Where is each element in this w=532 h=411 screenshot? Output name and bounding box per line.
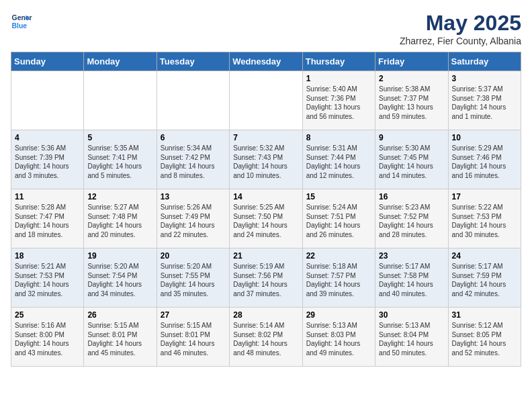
day-number: 23 (379, 251, 444, 261)
calendar-cell: 12Sunrise: 5:27 AM Sunset: 7:48 PM Dayli… (84, 189, 157, 248)
cell-content: Sunrise: 5:24 AM Sunset: 7:51 PM Dayligh… (306, 203, 371, 239)
calendar-cell: 5Sunrise: 5:35 AM Sunset: 7:41 PM Daylig… (84, 130, 157, 189)
calendar-cell: 19Sunrise: 5:20 AM Sunset: 7:54 PM Dayli… (84, 248, 157, 308)
day-number: 15 (306, 192, 371, 201)
day-number: 7 (233, 133, 298, 142)
cell-content: Sunrise: 5:22 AM Sunset: 7:53 PM Dayligh… (452, 203, 517, 239)
day-number: 14 (233, 192, 298, 201)
calendar-cell: 4Sunrise: 5:36 AM Sunset: 7:39 PM Daylig… (11, 130, 84, 189)
day-number: 16 (379, 192, 444, 201)
calendar-cell: 14Sunrise: 5:25 AM Sunset: 7:50 PM Dayli… (230, 189, 302, 248)
calendar-cell: 1Sunrise: 5:40 AM Sunset: 7:36 PM Daylig… (302, 71, 375, 130)
day-number: 13 (161, 192, 226, 201)
day-number: 1 (306, 74, 371, 83)
calendar-cell: 29Sunrise: 5:13 AM Sunset: 8:03 PM Dayli… (302, 308, 375, 367)
day-number: 22 (306, 251, 371, 261)
calendar-cell: 23Sunrise: 5:17 AM Sunset: 7:58 PM Dayli… (375, 248, 448, 308)
day-number: 8 (306, 133, 371, 142)
calendar-cell: 6Sunrise: 5:34 AM Sunset: 7:42 PM Daylig… (157, 130, 229, 189)
calendar-cell: 13Sunrise: 5:26 AM Sunset: 7:49 PM Dayli… (157, 189, 229, 248)
svg-text:General: General (12, 14, 32, 21)
calendar-cell: 20Sunrise: 5:20 AM Sunset: 7:55 PM Dayli… (157, 248, 229, 308)
weekday-header-friday: Friday (375, 52, 448, 71)
calendar-cell: 26Sunrise: 5:15 AM Sunset: 8:01 PM Dayli… (84, 308, 157, 367)
day-number: 6 (161, 133, 226, 142)
cell-content: Sunrise: 5:38 AM Sunset: 7:37 PM Dayligh… (379, 85, 444, 121)
day-number: 30 (379, 310, 444, 320)
calendar-cell (84, 71, 157, 130)
day-number: 26 (87, 310, 152, 320)
cell-content: Sunrise: 5:36 AM Sunset: 7:39 PM Dayligh… (15, 144, 80, 180)
title-block: May 2025 Zharrez, Fier County, Albania (400, 11, 521, 46)
cell-content: Sunrise: 5:13 AM Sunset: 8:04 PM Dayligh… (379, 321, 444, 357)
day-number: 19 (87, 251, 152, 261)
day-number: 25 (15, 310, 80, 320)
weekday-header-tuesday: Tuesday (157, 52, 229, 71)
weekday-header-sunday: Sunday (11, 52, 84, 71)
day-number: 24 (452, 251, 517, 261)
cell-content: Sunrise: 5:30 AM Sunset: 7:45 PM Dayligh… (379, 144, 444, 180)
day-number: 27 (161, 310, 226, 320)
calendar-cell: 25Sunrise: 5:16 AM Sunset: 8:00 PM Dayli… (11, 308, 84, 367)
calendar-cell (11, 71, 84, 130)
calendar-cell: 2Sunrise: 5:38 AM Sunset: 7:37 PM Daylig… (375, 71, 448, 130)
cell-content: Sunrise: 5:14 AM Sunset: 8:02 PM Dayligh… (233, 321, 298, 357)
day-number: 3 (452, 74, 517, 83)
cell-content: Sunrise: 5:29 AM Sunset: 7:46 PM Dayligh… (452, 144, 517, 180)
cell-content: Sunrise: 5:15 AM Sunset: 8:01 PM Dayligh… (87, 321, 152, 357)
calendar-cell: 11Sunrise: 5:28 AM Sunset: 7:47 PM Dayli… (11, 189, 84, 248)
cell-content: Sunrise: 5:25 AM Sunset: 7:50 PM Dayligh… (233, 203, 298, 239)
calendar-cell: 24Sunrise: 5:17 AM Sunset: 7:59 PM Dayli… (448, 248, 521, 308)
day-number: 11 (15, 192, 80, 201)
calendar-week-1: 1Sunrise: 5:40 AM Sunset: 7:36 PM Daylig… (11, 71, 521, 130)
cell-content: Sunrise: 5:20 AM Sunset: 7:54 PM Dayligh… (87, 262, 152, 298)
calendar-cell: 21Sunrise: 5:19 AM Sunset: 7:56 PM Dayli… (230, 248, 302, 308)
cell-content: Sunrise: 5:17 AM Sunset: 7:59 PM Dayligh… (452, 262, 517, 298)
cell-content: Sunrise: 5:28 AM Sunset: 7:47 PM Dayligh… (15, 203, 80, 239)
calendar-week-3: 11Sunrise: 5:28 AM Sunset: 7:47 PM Dayli… (11, 189, 521, 248)
calendar-cell (230, 71, 302, 130)
day-number: 10 (452, 133, 517, 142)
weekday-header-thursday: Thursday (302, 52, 375, 71)
cell-content: Sunrise: 5:34 AM Sunset: 7:42 PM Dayligh… (161, 144, 226, 180)
cell-content: Sunrise: 5:27 AM Sunset: 7:48 PM Dayligh… (87, 203, 152, 239)
cell-content: Sunrise: 5:26 AM Sunset: 7:49 PM Dayligh… (161, 203, 226, 239)
cell-content: Sunrise: 5:19 AM Sunset: 7:56 PM Dayligh… (233, 262, 298, 298)
cell-content: Sunrise: 5:23 AM Sunset: 7:52 PM Dayligh… (379, 203, 444, 239)
calendar-cell (157, 71, 229, 130)
cell-content: Sunrise: 5:31 AM Sunset: 7:44 PM Dayligh… (306, 144, 371, 180)
cell-content: Sunrise: 5:40 AM Sunset: 7:36 PM Dayligh… (306, 85, 371, 121)
calendar-week-5: 25Sunrise: 5:16 AM Sunset: 8:00 PM Dayli… (11, 308, 521, 367)
cell-content: Sunrise: 5:16 AM Sunset: 8:00 PM Dayligh… (15, 321, 80, 357)
day-number: 20 (161, 251, 226, 261)
cell-content: Sunrise: 5:17 AM Sunset: 7:58 PM Dayligh… (379, 262, 444, 298)
calendar-cell: 7Sunrise: 5:32 AM Sunset: 7:43 PM Daylig… (230, 130, 302, 189)
day-number: 4 (15, 133, 80, 142)
cell-content: Sunrise: 5:37 AM Sunset: 7:38 PM Dayligh… (452, 85, 517, 121)
day-number: 2 (379, 74, 444, 83)
calendar-cell: 22Sunrise: 5:18 AM Sunset: 7:57 PM Dayli… (302, 248, 375, 308)
weekday-header-saturday: Saturday (448, 52, 521, 71)
logo-icon: General Blue (11, 11, 32, 32)
calendar-cell: 27Sunrise: 5:15 AM Sunset: 8:01 PM Dayli… (157, 308, 229, 367)
day-number: 18 (15, 251, 80, 261)
weekday-header-wednesday: Wednesday (230, 52, 302, 71)
calendar-cell: 10Sunrise: 5:29 AM Sunset: 7:46 PM Dayli… (448, 130, 521, 189)
cell-content: Sunrise: 5:18 AM Sunset: 7:57 PM Dayligh… (306, 262, 371, 298)
calendar-cell: 31Sunrise: 5:12 AM Sunset: 8:05 PM Dayli… (448, 308, 521, 367)
day-number: 31 (452, 310, 517, 320)
cell-content: Sunrise: 5:35 AM Sunset: 7:41 PM Dayligh… (87, 144, 152, 180)
cell-content: Sunrise: 5:20 AM Sunset: 7:55 PM Dayligh… (161, 262, 226, 298)
calendar-cell: 17Sunrise: 5:22 AM Sunset: 7:53 PM Dayli… (448, 189, 521, 248)
logo: General Blue (11, 11, 32, 32)
month-title: May 2025 (400, 11, 521, 36)
day-number: 5 (87, 133, 152, 142)
calendar-cell: 16Sunrise: 5:23 AM Sunset: 7:52 PM Dayli… (375, 189, 448, 248)
cell-content: Sunrise: 5:32 AM Sunset: 7:43 PM Dayligh… (233, 144, 298, 180)
location-subtitle: Zharrez, Fier County, Albania (400, 36, 521, 46)
calendar-cell: 9Sunrise: 5:30 AM Sunset: 7:45 PM Daylig… (375, 130, 448, 189)
calendar-week-4: 18Sunrise: 5:21 AM Sunset: 7:53 PM Dayli… (11, 248, 521, 308)
calendar-cell: 8Sunrise: 5:31 AM Sunset: 7:44 PM Daylig… (302, 130, 375, 189)
calendar-cell: 3Sunrise: 5:37 AM Sunset: 7:38 PM Daylig… (448, 71, 521, 130)
calendar-cell: 28Sunrise: 5:14 AM Sunset: 8:02 PM Dayli… (230, 308, 302, 367)
